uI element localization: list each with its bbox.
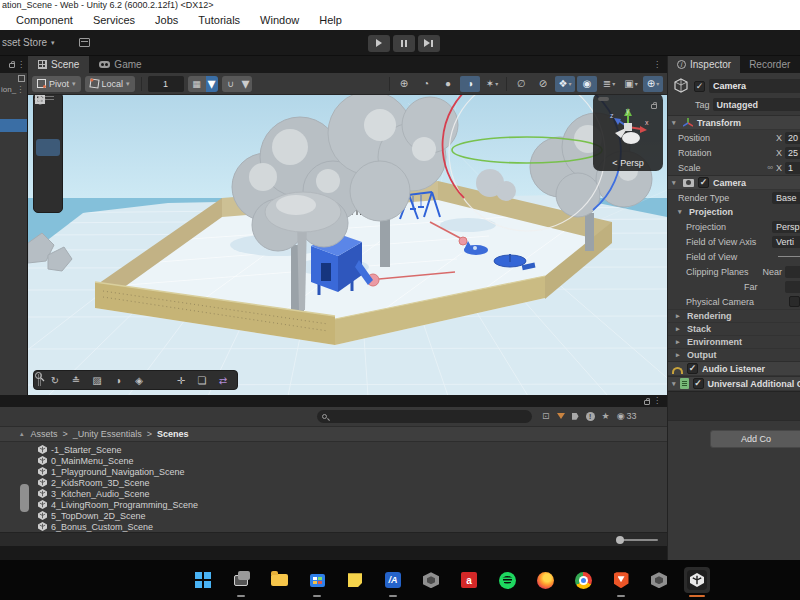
- far-field[interactable]: [785, 281, 800, 293]
- firefox-button[interactable]: [532, 567, 558, 593]
- gameobject-name-field[interactable]: Camera: [709, 79, 800, 93]
- step-button[interactable]: [418, 35, 440, 52]
- pan-icon[interactable]: ✛: [171, 372, 191, 388]
- tag-dropdown[interactable]: Untagged: [713, 98, 800, 111]
- list-item[interactable]: 0_MainMenu_Scene: [0, 455, 667, 466]
- menu-component[interactable]: Component: [6, 14, 83, 26]
- audio-mute-icon[interactable]: ∅: [511, 76, 531, 92]
- projection-mode-label[interactable]: < Persp: [593, 158, 663, 168]
- grid-snap-button[interactable]: ▦ ▾: [188, 76, 218, 92]
- fov-axis-dropdown[interactable]: Verti: [772, 236, 800, 248]
- list-item[interactable]: 6_Bonus_Custom_Scene: [0, 521, 667, 532]
- chevron-down-icon[interactable]: ▾: [240, 76, 252, 92]
- gizmos-toggle-icon[interactable]: ⊕▾: [643, 76, 663, 92]
- favorites-star-icon[interactable]: ★: [602, 411, 610, 421]
- list-item[interactable]: 3_Kitchen_Audio_Scene: [0, 488, 667, 499]
- kebab-menu-icon[interactable]: ⋮: [653, 61, 661, 69]
- effects-mute-icon[interactable]: ⊘: [533, 76, 553, 92]
- physical-camera-row[interactable]: Physical Camera: [668, 294, 800, 309]
- zoom-icon[interactable]: [150, 372, 170, 388]
- menu-window[interactable]: Window: [250, 14, 309, 26]
- scene-viewport[interactable]: ↻ ≛ ▨ ◑ ◈ ✛ ❏ ⇄: [28, 95, 667, 395]
- tab-game[interactable]: Game: [89, 56, 151, 73]
- microsoft-store-button[interactable]: [304, 567, 330, 593]
- link-scale-icon[interactable]: ∞: [767, 163, 773, 172]
- clipping-near-row[interactable]: Clipping Planes Near: [668, 264, 800, 279]
- grid-size-field[interactable]: 1: [148, 76, 184, 92]
- brave-button[interactable]: [608, 567, 634, 593]
- project-search[interactable]: [317, 410, 532, 423]
- projection-dropdown[interactable]: Persp: [772, 221, 800, 233]
- tab-recorder[interactable]: Recorder: [740, 56, 799, 73]
- unity-editor-button[interactable]: [684, 567, 710, 593]
- section-rendering[interactable]: ▸Rendering: [668, 309, 800, 322]
- rotate-tool-button[interactable]: [36, 139, 60, 156]
- fov-row[interactable]: Field of View: [668, 249, 800, 264]
- filter-type-icon[interactable]: [557, 413, 565, 419]
- orientation-gizmo[interactable]: y x z: [593, 95, 663, 171]
- snap-increment-button[interactable]: ∪ ▾: [222, 76, 252, 92]
- package-manager-icon[interactable]: [79, 38, 90, 47]
- task-view-button[interactable]: [228, 567, 254, 593]
- list-item[interactable]: 5_TopDown_2D_Scene: [0, 510, 667, 521]
- hierarchy-selected-row[interactable]: [0, 119, 27, 132]
- transform-header[interactable]: ▾ Transform: [668, 115, 800, 130]
- importance-icon[interactable]: !: [586, 412, 595, 421]
- spotify-button[interactable]: [494, 567, 520, 593]
- flythrough-icon[interactable]: ≛: [66, 372, 86, 388]
- section-environment[interactable]: ▸Environment: [668, 335, 800, 348]
- draw-mode-icon[interactable]: ⊕: [394, 76, 414, 92]
- occlusion-icon[interactable]: ◑: [108, 372, 128, 388]
- clipping-far-row[interactable]: Far: [668, 279, 800, 294]
- chevron-down-icon[interactable]: ▾: [206, 76, 218, 92]
- unity-hub-button[interactable]: [418, 567, 444, 593]
- component-enabled-checkbox[interactable]: ✓: [687, 363, 698, 374]
- zoom-slider[interactable]: [622, 539, 658, 541]
- list-item[interactable]: -1_Starter_Scene: [0, 444, 667, 455]
- move-tool-button[interactable]: [36, 121, 60, 138]
- scene-visibility-icon[interactable]: ◉: [577, 76, 597, 92]
- breadcrumb-assets[interactable]: Assets: [31, 429, 58, 439]
- lock-icon[interactable]: [651, 104, 657, 109]
- list-item[interactable]: 2_KidsRoom_3D_Scene: [0, 477, 667, 488]
- hierarchy-scene-item[interactable]: ion_ ⋮: [0, 84, 27, 95]
- hand-tool-button[interactable]: [36, 103, 60, 120]
- audio-listener-header[interactable]: ✓ Audio Listener: [668, 361, 800, 376]
- menu-help[interactable]: Help: [309, 14, 352, 26]
- physical-camera-checkbox[interactable]: [789, 296, 800, 307]
- near-field[interactable]: [785, 266, 800, 278]
- project-search-input[interactable]: [330, 411, 527, 421]
- clone-icon[interactable]: ❏: [192, 372, 212, 388]
- camera-component-header[interactable]: ▾ ✓ Camera: [668, 175, 800, 190]
- tab-inspector[interactable]: i Inspector: [668, 56, 740, 73]
- 2d-toggle-icon[interactable]: ◔: [416, 76, 436, 92]
- pivot-toggle-button[interactable]: Pivot ▾: [32, 76, 81, 92]
- pause-button[interactable]: [393, 35, 415, 52]
- lighting-toggle-icon[interactable]: ◑: [460, 76, 480, 92]
- position-row[interactable]: Position X 20: [668, 130, 800, 145]
- grid-visual-icon[interactable]: ▨: [87, 372, 107, 388]
- breadcrumb-current[interactable]: Scenes: [157, 429, 189, 439]
- overlays-icon[interactable]: ≣▾: [599, 76, 619, 92]
- foldout-icon[interactable]: ▾: [672, 119, 679, 127]
- collapse-icon[interactable]: ▴: [20, 430, 24, 438]
- projection-foldout[interactable]: ▾ Projection: [668, 205, 800, 219]
- orbit-icon[interactable]: ↻: [45, 372, 65, 388]
- universal-additional-header[interactable]: ▾ ✓ Universal Additional C: [668, 376, 800, 391]
- tab-scene[interactable]: Scene: [28, 56, 89, 73]
- section-output[interactable]: ▸Output: [668, 348, 800, 361]
- scale-tool-button[interactable]: [36, 157, 60, 174]
- section-stack[interactable]: ▸Stack: [668, 322, 800, 335]
- transform-tool-button[interactable]: [36, 193, 60, 210]
- hidden-count[interactable]: ◉ 33: [617, 411, 637, 421]
- component-enabled-checkbox[interactable]: ✓: [698, 177, 709, 188]
- search-in-icon[interactable]: ⊡: [542, 411, 550, 421]
- render-type-row[interactable]: Render Type Base: [668, 190, 800, 205]
- rect-tool-button[interactable]: [36, 175, 60, 192]
- hexagon-app-button[interactable]: [646, 567, 672, 593]
- component-enabled-checkbox[interactable]: ✓: [693, 378, 704, 389]
- gameobject-cube-icon[interactable]: [672, 77, 690, 95]
- vertical-scrollbar[interactable]: [20, 484, 29, 512]
- start-button[interactable]: [190, 567, 216, 593]
- active-checkbox[interactable]: ✓: [694, 81, 705, 92]
